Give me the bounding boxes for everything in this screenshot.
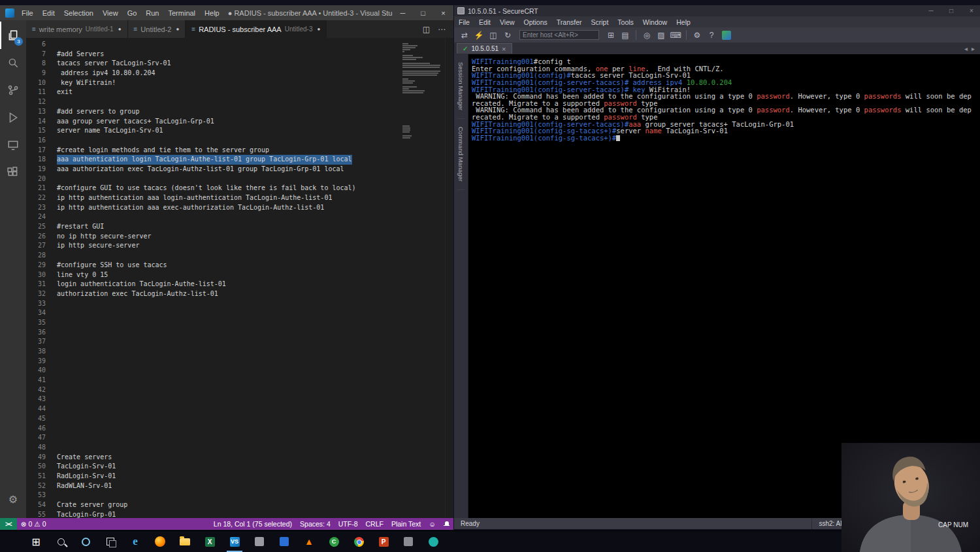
crt-menu-window[interactable]: Window <box>638 16 672 27</box>
minimap[interactable] <box>402 41 442 139</box>
crt-menu-options[interactable]: Options <box>519 16 552 27</box>
code-line[interactable]: 39 <box>26 357 453 366</box>
crt-maximize-button[interactable]: □ <box>943 5 960 16</box>
remote-indicator[interactable]: >< <box>0 518 17 530</box>
code-line[interactable]: 47 <box>26 433 453 443</box>
help-icon[interactable]: ? <box>705 29 718 41</box>
search-button[interactable] <box>48 531 73 552</box>
crt-menu-help[interactable]: Help <box>672 16 695 27</box>
code-line[interactable]: 52RadWLAN-Srv-01 <box>26 481 453 491</box>
menu-go[interactable]: Go <box>123 5 142 20</box>
code-line[interactable]: 29#configure SSH to use tacacs <box>26 261 453 270</box>
search-icon[interactable] <box>0 49 26 76</box>
session-options-icon[interactable]: ⚙ <box>691 29 704 41</box>
code-line[interactable]: 10 key WiFitrain! <box>26 78 453 88</box>
code-line[interactable]: 27ip http secure-server <box>26 241 453 251</box>
code-line[interactable]: 12 <box>26 97 453 107</box>
app-window-icon[interactable] <box>247 531 272 552</box>
editor-tab[interactable]: ≡write memoryUntitled-1● <box>26 20 128 38</box>
code-line[interactable]: 30line vty 0 15 <box>26 270 453 280</box>
split-editor-icon[interactable]: ◫ <box>423 25 430 34</box>
cursor-position[interactable]: Ln 18, Col 1 (75 selected) <box>210 520 296 528</box>
firefox-icon[interactable] <box>148 531 172 552</box>
code-line[interactable]: 17#create login methods and tie them to … <box>26 146 453 155</box>
code-line[interactable]: 23ip http authentication aaa exec-author… <box>26 203 453 213</box>
code-line[interactable]: 40 <box>26 366 453 376</box>
cortana-button[interactable] <box>73 531 98 552</box>
camtasia-icon[interactable]: C <box>321 531 346 552</box>
crt-menu-file[interactable]: File <box>454 16 474 27</box>
code-line[interactable]: 22ip http authentication aaa login-authe… <box>26 193 453 203</box>
code-line[interactable]: 6 <box>26 40 453 50</box>
eol-setting[interactable]: CRLF <box>362 520 387 528</box>
session-tab[interactable]: ✓ 10.5.0.51 × <box>457 43 512 54</box>
code-line[interactable]: 31login authentication TacLogin-Authe-li… <box>26 280 453 289</box>
remote-explorer-icon[interactable] <box>0 131 26 159</box>
chrome-icon[interactable] <box>346 531 371 552</box>
dirty-indicator[interactable]: ● <box>176 26 179 32</box>
connect-in-tab-icon[interactable]: ◫ <box>487 29 500 41</box>
more-actions-icon[interactable]: ⋯ <box>438 25 446 34</box>
settings-gear-icon[interactable]: ⚙ <box>0 485 26 513</box>
menu-edit[interactable]: Edit <box>38 5 59 20</box>
code-line[interactable]: 41 <box>26 376 453 385</box>
encoding-setting[interactable]: UTF-8 <box>335 520 362 528</box>
dirty-indicator[interactable]: ● <box>317 26 320 32</box>
code-editor[interactable]: 67#add Servers8tacacs server TacLogin-Sr… <box>26 38 453 518</box>
side-tab-session-manager[interactable]: Session Manager <box>457 54 465 119</box>
code-line[interactable]: 32authorization exec TacLogin-Authz-list… <box>26 289 453 299</box>
code-line[interactable]: 37 <box>26 337 453 347</box>
code-line[interactable]: 15server name TacLogin-Srv-01 <box>26 126 453 136</box>
code-line[interactable]: 28 <box>26 251 453 261</box>
code-line[interactable]: 21#configure GUI to use tacacs (doesn't … <box>26 184 453 193</box>
crt-minimize-button[interactable]: ─ <box>923 5 939 16</box>
menu-terminal[interactable]: Terminal <box>164 5 201 20</box>
code-line[interactable]: 20 <box>26 174 453 184</box>
copy-icon[interactable]: ▤ <box>619 29 632 41</box>
source-control-icon[interactable] <box>0 76 26 104</box>
menu-view[interactable]: View <box>98 5 123 20</box>
find-icon[interactable]: ◎ <box>640 29 653 41</box>
vscode-icon[interactable]: VS <box>222 531 247 552</box>
editor-scrollbar[interactable] <box>445 38 453 518</box>
task-view-button[interactable] <box>98 531 123 552</box>
code-line[interactable]: 54Crate server group <box>26 500 453 510</box>
run-debug-icon[interactable] <box>0 104 26 131</box>
code-line[interactable]: 24 <box>26 212 453 222</box>
menu-selection[interactable]: Selection <box>59 5 98 20</box>
feedback-icon[interactable]: ☺ <box>425 520 440 528</box>
crt-close-button[interactable]: × <box>963 5 980 16</box>
code-line[interactable]: 9 address ipv4 10.80.0.204 <box>26 69 453 78</box>
code-line[interactable]: 53 <box>26 491 453 500</box>
code-line[interactable]: 19aaa authorization exec TacLogin-Authz-… <box>26 165 453 174</box>
start-button[interactable]: ⊞ <box>24 531 48 552</box>
clone-session-icon[interactable]: ⊞ <box>604 29 617 41</box>
tab-scroll-right-icon[interactable]: ▸ <box>972 45 975 52</box>
code-line[interactable]: 36 <box>26 328 453 338</box>
notifications-bell-icon[interactable] <box>440 521 453 527</box>
reconnect-icon[interactable]: ↻ <box>501 29 514 41</box>
crt-menu-edit[interactable]: Edit <box>474 16 495 27</box>
vlc-icon[interactable]: ▲ <box>297 531 321 552</box>
side-tab-command-manager[interactable]: Command Manager <box>457 119 465 190</box>
print-icon[interactable]: ▨ <box>655 29 668 41</box>
explorer-icon[interactable]: 3 <box>0 22 26 49</box>
vshell-app-icon[interactable] <box>722 31 731 40</box>
menu-help[interactable]: Help <box>200 5 224 20</box>
code-line[interactable]: 16 <box>26 136 453 146</box>
host-input[interactable] <box>519 30 599 40</box>
language-mode[interactable]: Plain Text <box>387 520 425 528</box>
code-line[interactable]: 49Create servers <box>26 453 453 463</box>
code-line[interactable]: 7#add Servers <box>26 50 453 59</box>
code-line[interactable]: 33 <box>26 299 453 309</box>
edge-icon[interactable]: e <box>123 531 148 552</box>
problems-indicator[interactable]: ⊗ 0 ⚠ 0 <box>17 520 50 528</box>
minimize-button[interactable]: ─ <box>393 5 413 20</box>
code-line[interactable]: 42 <box>26 385 453 395</box>
crt-menu-view[interactable]: View <box>495 16 519 27</box>
code-line[interactable]: 8tacacs server TacLogin-Srv-01 <box>26 59 453 69</box>
code-line[interactable]: 46 <box>26 424 453 434</box>
code-line[interactable]: 38 <box>26 347 453 357</box>
code-line[interactable]: 44 <box>26 404 453 414</box>
code-line[interactable]: 50TacLogin-Srv-01 <box>26 462 453 472</box>
